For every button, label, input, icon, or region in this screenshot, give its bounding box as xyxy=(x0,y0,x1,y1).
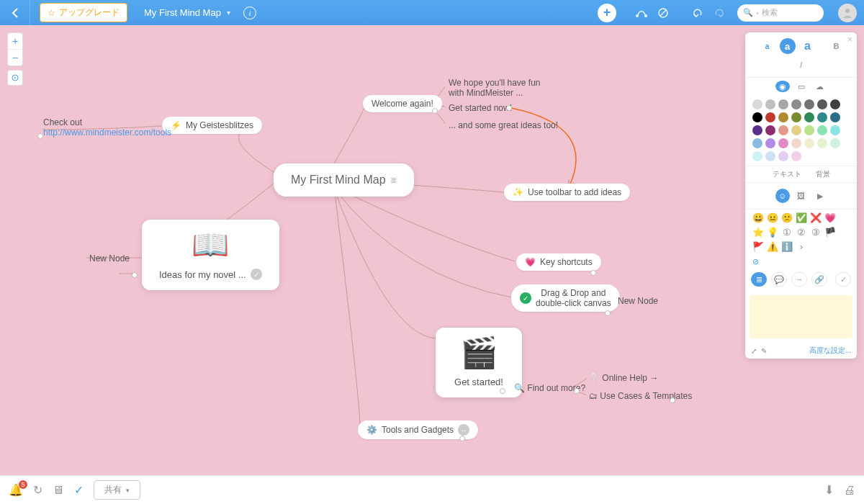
color-swatch[interactable] xyxy=(817,112,827,122)
undo-button[interactable] xyxy=(687,2,708,24)
color-swatch[interactable] xyxy=(830,112,840,122)
node-new-node-left[interactable]: New Node xyxy=(89,253,130,264)
emoji-option[interactable]: ⚠️ xyxy=(767,241,778,253)
node-ideas-novel[interactable]: 📖 Ideas for my novel ... ✓ xyxy=(142,220,279,290)
comment-button[interactable]: 💬 xyxy=(771,272,787,287)
video-tab[interactable]: ▶ xyxy=(813,189,827,203)
node-handle[interactable] xyxy=(506,105,512,111)
italic-button[interactable]: I xyxy=(795,58,808,71)
color-swatch[interactable] xyxy=(791,125,801,135)
back-button[interactable] xyxy=(0,0,30,25)
node-handle[interactable] xyxy=(670,397,675,403)
note-button[interactable]: ≣ xyxy=(751,272,767,287)
locate-button[interactable] xyxy=(7,70,23,86)
node-online-help[interactable]: ❔ Online Help → xyxy=(589,373,658,383)
download-button[interactable]: ⬇ xyxy=(824,483,834,497)
color-swatch[interactable] xyxy=(765,151,775,161)
note-textarea[interactable] xyxy=(750,295,852,338)
color-swatch[interactable] xyxy=(778,138,788,148)
color-swatch[interactable] xyxy=(778,112,788,122)
node-checkout[interactable]: Check out http://www.mindmeister.com/too… xyxy=(43,117,171,138)
node-welcome[interactable]: Welcome again! xyxy=(363,95,442,112)
bold-button[interactable]: B xyxy=(830,40,843,53)
color-swatch[interactable] xyxy=(791,99,801,109)
color-swatch[interactable] xyxy=(791,138,801,148)
color-swatch[interactable] xyxy=(765,125,775,135)
node-handle[interactable] xyxy=(500,388,505,394)
color-swatch[interactable] xyxy=(752,125,762,135)
font-size-large[interactable]: a xyxy=(800,38,816,54)
node-handle[interactable] xyxy=(132,272,138,278)
emoji-option[interactable]: 🚩 xyxy=(752,241,764,253)
color-swatch[interactable] xyxy=(752,99,762,109)
node-get-started[interactable]: 🎬 Get started! xyxy=(436,328,522,397)
emoji-option[interactable]: 😀 xyxy=(752,212,764,224)
color-swatch[interactable] xyxy=(830,125,840,135)
color-swatch[interactable] xyxy=(830,138,840,148)
emoji-option[interactable]: 💗 xyxy=(824,212,836,224)
node-use-cases[interactable]: 🗂 Use Cases & Templates xyxy=(589,391,692,401)
color-swatch[interactable] xyxy=(817,125,827,135)
share-button[interactable]: 共有 ▾ xyxy=(94,480,140,500)
notifications-button[interactable]: 🔔5 xyxy=(9,483,23,497)
node-get-started-now[interactable]: Get started now! xyxy=(449,103,512,113)
emoji-option[interactable]: ③ xyxy=(810,227,822,238)
emoji-option[interactable]: ① xyxy=(781,227,793,238)
shape-rounded[interactable]: ◉ xyxy=(775,81,790,92)
emoji-option[interactable]: ② xyxy=(796,227,807,238)
node-root[interactable]: My First Mind Map ≣ xyxy=(274,163,414,197)
node-handle[interactable] xyxy=(605,310,611,316)
tab-bg-color[interactable]: 背景 xyxy=(816,169,830,179)
node-handle[interactable] xyxy=(37,133,43,139)
color-swatch[interactable] xyxy=(752,138,762,148)
node-geistesblitzes[interactable]: ⚡ My Geistesblitzes xyxy=(162,117,262,134)
color-swatch[interactable] xyxy=(791,151,801,161)
info-button[interactable]: i xyxy=(243,6,256,19)
node-checkout-url[interactable]: http://www.mindmeister.com/tools xyxy=(43,127,171,138)
node-handle[interactable] xyxy=(459,436,465,441)
expand-icon[interactable]: ⤢ xyxy=(751,347,757,355)
search-input[interactable]: 🔍 • 検索 xyxy=(737,4,824,22)
close-panel-button[interactable]: × xyxy=(847,35,852,45)
edit-icon[interactable]: ✎ xyxy=(761,347,767,355)
color-swatch[interactable] xyxy=(830,99,840,109)
node-drag-drop[interactable]: ✓ Drag & Drop and double-click canvas xyxy=(511,284,620,312)
color-swatch[interactable] xyxy=(765,138,775,148)
redo-button[interactable] xyxy=(708,2,730,24)
emoji-option[interactable]: 🙁 xyxy=(781,212,793,224)
zoom-out-button[interactable]: − xyxy=(8,50,22,66)
clear-icon-button[interactable]: ⊘ xyxy=(752,257,759,266)
emoji-tab[interactable]: ☺ xyxy=(775,189,790,203)
arrow-button[interactable]: → xyxy=(791,272,807,287)
color-swatch[interactable] xyxy=(804,138,814,148)
history-button[interactable]: ↻ xyxy=(33,483,42,497)
shape-cloud[interactable]: ☁ xyxy=(813,81,827,92)
disable-button[interactable] xyxy=(652,2,674,24)
color-swatch[interactable] xyxy=(778,125,788,135)
link-nodes-button[interactable] xyxy=(631,2,652,24)
node-handle[interactable] xyxy=(590,270,596,276)
color-swatch[interactable] xyxy=(804,99,814,109)
node-welcome-fun[interactable]: We hope you'll have fun with MindMeister… xyxy=(449,78,541,98)
emoji-option[interactable]: 💡 xyxy=(767,227,778,238)
color-swatch[interactable] xyxy=(765,99,775,109)
font-size-medium[interactable]: a xyxy=(780,38,796,54)
emoji-option[interactable]: ⭐ xyxy=(752,227,764,238)
done-button[interactable]: ✓ xyxy=(74,483,84,497)
emoji-option[interactable]: › xyxy=(796,241,807,253)
user-avatar[interactable] xyxy=(838,4,857,22)
color-swatch[interactable] xyxy=(791,112,801,122)
color-swatch[interactable] xyxy=(752,151,762,161)
upgrade-button[interactable]: ☆ アップグレード xyxy=(40,3,127,22)
node-handle[interactable] xyxy=(432,108,438,114)
font-size-small[interactable]: a xyxy=(760,38,775,54)
zoom-in-button[interactable]: + xyxy=(8,33,22,49)
emoji-option[interactable]: ℹ️ xyxy=(781,241,793,253)
print-button[interactable]: 🖨 xyxy=(844,484,855,497)
color-swatch[interactable] xyxy=(778,99,788,109)
color-swatch[interactable] xyxy=(804,112,814,122)
color-swatch[interactable] xyxy=(804,125,814,135)
mindmap-canvas[interactable]: + − My First Mind Map ≣ ⚡ My Geistesb xyxy=(0,25,864,475)
color-swatch[interactable] xyxy=(817,99,827,109)
add-node-button[interactable]: + xyxy=(598,4,616,22)
